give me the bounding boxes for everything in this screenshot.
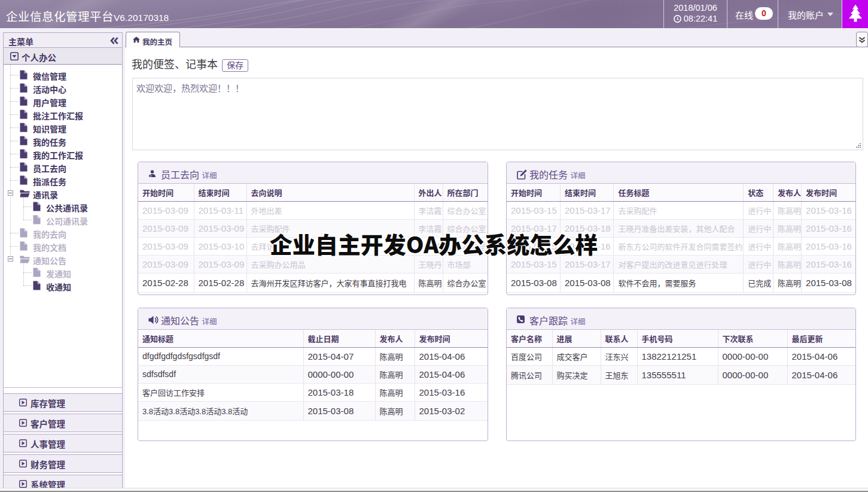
svg-text:企业自主开发OA办公系统怎么样: 企业自主开发OA办公系统怎么样 <box>270 229 598 259</box>
